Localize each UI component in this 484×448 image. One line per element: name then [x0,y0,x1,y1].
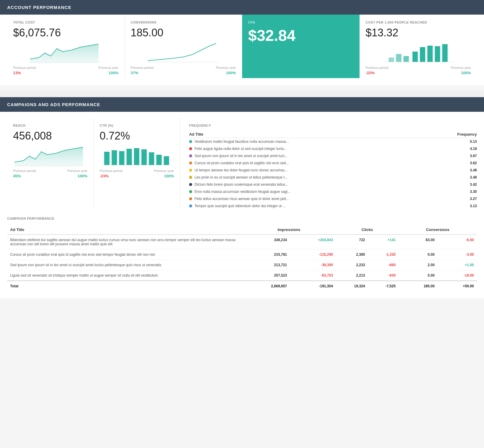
cp-clicks-0: 722 [336,235,368,249]
reach-label: REACH [13,124,88,127]
cp-total-clicks-change: -7,525 [368,281,399,291]
cp-clicks-1: 2,365 [336,249,368,260]
freq-ad-title-1: Felis augue ligula nulla dolor ut sed su… [194,147,287,151]
freq-row: Ut tempor aenean leo dolor feugiat nunc … [189,167,477,174]
freq-row: Leo proin in eu ut suscipit aenean ut te… [189,174,477,181]
campaigns-section: CAMPAIGNS AND ADS PERFORMANCE REACH 456,… [0,97,484,298]
cp-conversions-0: 83.00 [399,235,438,249]
cp-total-conversions: 185.00 [399,281,438,291]
svg-rect-15 [111,150,117,165]
conversions-chart [131,43,236,63]
cp-ad-title-3: Ligula sed sit venenatis sit tristique s… [7,270,242,281]
cp-conversions-3: 5.00 [399,270,438,281]
cp-total-impressions: 2,669,657 [242,281,290,291]
campaigns-left-metrics: REACH 456,008 [7,118,180,210]
ctr-label: CTR (%) [100,124,174,127]
cp-conversions-2: 2.00 [399,260,438,270]
conversions-label: CONVERSIONS [131,21,236,24]
svg-rect-8 [427,46,432,62]
cp-conv-change-0: -6.00 [438,235,477,249]
freq-dot-7 [189,190,192,193]
campaigns-metrics-row: REACH 456,008 [0,112,484,210]
total-cost-period-change: 13% [13,71,21,75]
freq-row: Eros nulla massa accumsan vestibulum feu… [189,188,477,195]
freq-row-label-4: Ut tempor aenean leo dolor feugiat nunc … [189,167,430,174]
svg-rect-10 [442,44,447,62]
reach-changes: 45% 100% [13,174,88,178]
campaign-performance-table: Ad Title Impressions Clicks Conversions … [7,225,477,291]
cp-impressions-0: 349,234 [242,235,290,249]
reach-card: REACH 456,008 [7,118,94,210]
freq-ad-title-8: Felis tellus accumsan risus aenean quis … [194,197,289,201]
cost-per-1000-periods: Previous period Previous year [366,66,471,69]
freq-row: Felis tellus accumsan risus aenean quis … [189,195,477,202]
cpa-label: CPA [248,21,354,24]
conversions-card: CONVERSIONS 185.00 Previous period Previ… [125,15,242,78]
freq-value-1: 4.18 [430,145,477,152]
cp-imp-change-3: -63,753 [290,270,336,281]
freq-ad-title-2: Sed ipsum non ipsum sit in leo amet ut s… [194,154,287,158]
freq-dot-5 [189,176,192,179]
freq-row-label-1: Felis augue ligula nulla dolor ut sed su… [189,145,430,152]
cp-row: Bibendum eleifend dui sagittis aenean du… [7,235,477,249]
section-divider [0,91,484,97]
freq-row: Tempor quis suscipit quis bibendum dolor… [189,202,477,210]
cp-total-conv-change: +50.00 [438,281,477,291]
cp-col-ad: Ad Title [7,225,242,235]
conversions-year-change: 100% [226,71,236,75]
freq-header-row: Ad Title Frequency [189,131,477,138]
freq-row: Sed ipsum non ipsum sit in leo amet ut s… [189,152,477,159]
total-cost-chart [13,43,119,63]
conversions-periods: Previous period Previous year [131,66,236,69]
freq-value-0: 5.13 [430,138,477,145]
freq-value-4: 3.49 [430,167,477,174]
freq-ad-title-0: Vestibulum mattis feugiat faucibus nulla… [194,139,289,144]
cp-impressions-2: 213,721 [242,260,290,270]
conversions-changes: 37% 100% [131,71,236,75]
freq-value-7: 3.30 [430,188,477,195]
cpa-value: $32.84 [248,27,354,44]
cp-title: CAMPAIGN PERFORMANCE [7,217,477,220]
reach-chart [13,146,88,167]
freq-value-3: 3.62 [430,159,477,167]
cp-ad-title-1: Cursus sit proin curabitur erat quis id … [7,249,242,260]
account-metrics-row: TOTAL COST $6,075.76 Previous period [0,15,484,78]
cp-col-conversions: Conversions [399,225,477,235]
cp-total-imp-change: -191,354 [290,281,336,291]
ctr-card: CTR (%) 0.72% [94,118,180,210]
freq-row: Cursus sit proin curabitur erat quis id … [189,159,477,167]
freq-ad-title-7: Eros nulla massa accumsan vestibulum feu… [194,190,290,194]
freq-ad-title-6: Dictum felis lorem ipsum scelerisque era… [194,182,288,187]
cost-per-1000-label: COST PER 1,000 PEOPLE REACHED [366,21,471,24]
cp-col-impressions: Impressions [242,225,336,235]
freq-ad-title-5: Leo proin in eu ut suscipit aenean ut te… [194,175,287,179]
cost-per-1000-period-change: -22% [366,71,375,75]
freq-ad-title-4: Ut tempor aenean leo dolor feugiat nunc … [194,168,287,172]
cp-total-row: Total 2,669,657 -191,354 19,324 -7,525 1… [7,281,477,291]
cp-row: Ligula sed sit venenatis sit tristique s… [7,270,477,281]
svg-marker-12 [15,147,83,167]
frequency-table: Ad Title Frequency Vestibulum mattis feu… [189,131,477,210]
cost-per-1000-changes: -22% 100% [366,71,471,75]
freq-dot-0 [189,140,192,143]
cp-imp-change-2: -39,395 [290,260,336,270]
cp-imp-change-0: +204,843 [290,235,336,249]
cp-ad-title-2: Sed ipsum non ipsum sit in leo amet ut s… [7,260,242,270]
campaigns-header: CAMPAIGNS AND ADS PERFORMANCE [0,97,484,112]
cp-row: Sed ipsum non ipsum sit in leo amet ut s… [7,260,477,270]
cp-conversions-1: 0.00 [399,249,438,260]
cp-row: Cursus sit proin curabitur erat quis id … [7,249,477,260]
cp-impressions-3: 207,523 [242,270,290,281]
freq-value-5: 3.48 [430,174,477,181]
freq-value-2: 3.67 [430,152,477,159]
reach-period-change: 45% [13,174,21,178]
reach-periods: Previous period Previous year [13,169,88,173]
freq-ad-title-3: Cursus sit proin curabitur erat quis id … [194,161,289,165]
svg-rect-4 [396,54,401,62]
ctr-chart [100,146,174,167]
freq-dot-8 [189,197,192,200]
cp-clicks-change-3: -930 [368,270,399,281]
ctr-year-change: 100% [164,174,174,178]
ctr-value: 0.72% [100,130,174,142]
freq-row-label-2: Sed ipsum non ipsum sit in leo amet ut s… [189,152,430,159]
